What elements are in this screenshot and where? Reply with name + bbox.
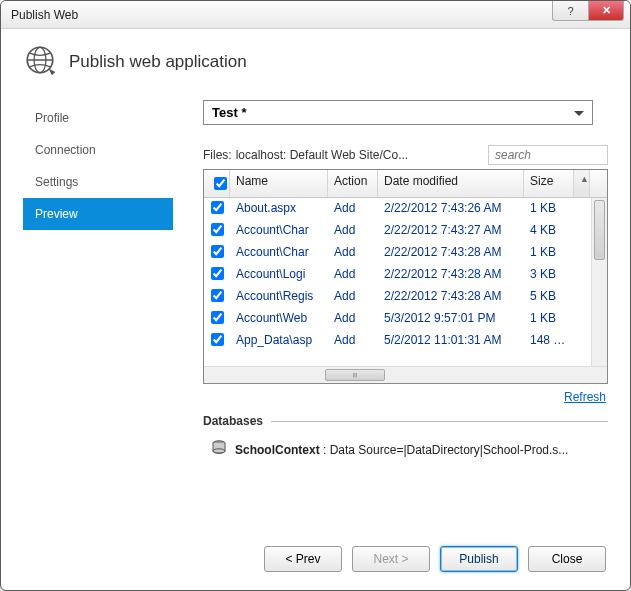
cell-date: 2/22/2012 7:43:27 AM <box>378 220 524 242</box>
cell-size: 1 KB <box>524 308 574 330</box>
cell-name: Account\Regis <box>230 286 328 308</box>
cell-action: Add <box>328 308 378 330</box>
refresh-link[interactable]: Refresh <box>564 390 606 404</box>
cell-action: Add <box>328 264 378 286</box>
table-row[interactable]: Account\CharAdd2/22/2012 7:43:27 AM4 KB <box>204 220 607 242</box>
header-check-all[interactable] <box>204 170 230 197</box>
publish-web-dialog: Publish Web ? ✕ Publish web application … <box>0 0 631 591</box>
scroll-up-icon[interactable]: ▲ <box>574 170 590 197</box>
column-header-action[interactable]: Action <box>328 170 378 197</box>
files-path: localhost: Default Web Site/Co... <box>236 148 484 162</box>
sidebar-item-preview[interactable]: Preview <box>23 198 173 230</box>
database-icon <box>211 440 227 459</box>
divider <box>271 421 608 422</box>
table-row[interactable]: Account\RegisAdd2/22/2012 7:43:28 AM5 KB <box>204 286 607 308</box>
table-row[interactable]: Account\WebAdd5/3/2012 9:57:01 PM1 KB <box>204 308 607 330</box>
close-button[interactable]: Close <box>528 546 606 572</box>
next-button: Next > <box>352 546 430 572</box>
databases-heading: Databases <box>203 414 263 428</box>
cell-name: App_Data\asp <box>230 330 328 352</box>
wizard-sidebar: Profile Connection Settings Preview <box>23 100 173 459</box>
files-label: Files: <box>203 148 232 162</box>
globe-icon <box>23 43 57 80</box>
profile-dropdown[interactable]: Test * <box>203 100 593 125</box>
cell-date: 2/22/2012 7:43:26 AM <box>378 198 524 220</box>
row-checkbox[interactable] <box>204 264 230 286</box>
row-checkbox[interactable] <box>204 242 230 264</box>
cell-name: About.aspx <box>230 198 328 220</box>
row-checkbox[interactable] <box>204 286 230 308</box>
column-header-date[interactable]: Date modified <box>378 170 524 197</box>
sidebar-item-label: Settings <box>35 175 78 189</box>
close-window-button[interactable]: ✕ <box>588 1 624 21</box>
publish-button[interactable]: Publish <box>440 546 518 572</box>
cell-date: 2/22/2012 7:43:28 AM <box>378 286 524 308</box>
cell-size: 148 KB <box>524 330 574 352</box>
table-row[interactable]: Account\LogiAdd2/22/2012 7:43:28 AM3 KB <box>204 264 607 286</box>
titlebar: Publish Web ? ✕ <box>1 1 630 29</box>
vertical-scrollbar[interactable] <box>591 198 607 366</box>
row-checkbox[interactable] <box>204 220 230 242</box>
cell-action: Add <box>328 330 378 352</box>
prev-button[interactable]: < Prev <box>264 546 342 572</box>
table-row[interactable]: Account\CharAdd2/22/2012 7:43:28 AM1 KB <box>204 242 607 264</box>
cell-name: Account\Char <box>230 242 328 264</box>
cell-name: Account\Web <box>230 308 328 330</box>
cell-action: Add <box>328 198 378 220</box>
dialog-buttons: < Prev Next > Publish Close <box>264 546 606 572</box>
cell-name: Account\Logi <box>230 264 328 286</box>
cell-date: 5/3/2012 9:57:01 PM <box>378 308 524 330</box>
cell-date: 2/22/2012 7:43:28 AM <box>378 242 524 264</box>
window-title: Publish Web <box>11 8 78 22</box>
sidebar-item-label: Preview <box>35 207 78 221</box>
cell-size: 1 KB <box>524 198 574 220</box>
grid-header: Name Action Date modified Size ▲ <box>204 170 607 198</box>
column-header-name[interactable]: Name <box>230 170 328 197</box>
database-text: SchoolContext : Data Source=|DataDirecto… <box>235 443 568 457</box>
cell-date: 2/22/2012 7:43:28 AM <box>378 264 524 286</box>
files-grid: Name Action Date modified Size ▲ About.a… <box>203 169 608 384</box>
help-button[interactable]: ? <box>552 1 588 21</box>
cell-size: 4 KB <box>524 220 574 242</box>
cell-size: 3 KB <box>524 264 574 286</box>
cell-action: Add <box>328 242 378 264</box>
sidebar-item-label: Connection <box>35 143 96 157</box>
database-item: SchoolContext : Data Source=|DataDirecto… <box>203 440 608 459</box>
sidebar-item-settings[interactable]: Settings <box>23 166 173 198</box>
table-row[interactable]: About.aspxAdd2/22/2012 7:43:26 AM1 KB <box>204 198 607 220</box>
sidebar-item-label: Profile <box>35 111 69 125</box>
profile-selected-value: Test * <box>212 105 246 120</box>
cell-size: 5 KB <box>524 286 574 308</box>
cell-action: Add <box>328 220 378 242</box>
sidebar-item-connection[interactable]: Connection <box>23 134 173 166</box>
column-header-size[interactable]: Size <box>524 170 574 197</box>
page-title: Publish web application <box>69 52 247 72</box>
table-row[interactable]: App_Data\aspAdd5/2/2012 11:01:31 AM148 K… <box>204 330 607 352</box>
horizontal-scrollbar[interactable] <box>204 366 607 383</box>
cell-date: 5/2/2012 11:01:31 AM <box>378 330 524 352</box>
cell-size: 1 KB <box>524 242 574 264</box>
cell-action: Add <box>328 286 378 308</box>
search-input[interactable] <box>488 145 608 165</box>
cell-name: Account\Char <box>230 220 328 242</box>
row-checkbox[interactable] <box>204 308 230 330</box>
row-checkbox[interactable] <box>204 198 230 220</box>
sidebar-item-profile[interactable]: Profile <box>23 102 173 134</box>
row-checkbox[interactable] <box>204 330 230 352</box>
